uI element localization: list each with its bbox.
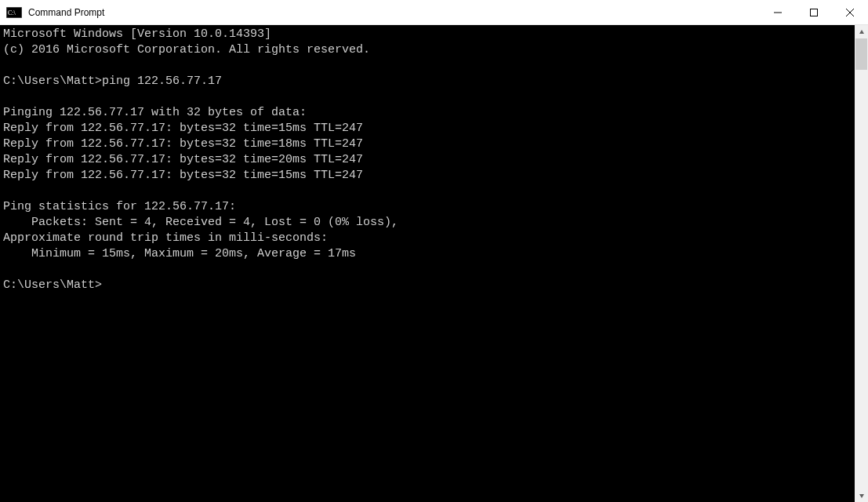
terminal-line: Approximate round trip times in milli-se… xyxy=(3,231,855,246)
window-title: Command Prompt xyxy=(28,7,760,18)
svg-text:C:\: C:\ xyxy=(8,9,16,16)
terminal-line: Packets: Sent = 4, Received = 4, Lost = … xyxy=(3,215,855,231)
terminal-container: Microsoft Windows [Version 10.0.14393](c… xyxy=(0,25,868,502)
scrollbar-thumb[interactable] xyxy=(855,38,867,70)
window-controls xyxy=(760,0,868,24)
terminal-output[interactable]: Microsoft Windows [Version 10.0.14393](c… xyxy=(0,25,855,502)
scrollbar-up-arrow-icon[interactable] xyxy=(855,25,868,38)
maximize-button[interactable] xyxy=(796,0,832,24)
terminal-line xyxy=(3,58,855,74)
minimize-button[interactable] xyxy=(760,0,796,24)
terminal-line xyxy=(3,262,855,278)
terminal-line: Reply from 122.56.77.17: bytes=32 time=1… xyxy=(3,121,855,136)
terminal-line: Reply from 122.56.77.17: bytes=32 time=1… xyxy=(3,168,855,184)
terminal-line xyxy=(3,184,855,199)
terminal-line: Pinging 122.56.77.17 with 32 bytes of da… xyxy=(3,105,855,121)
svg-marker-7 xyxy=(859,494,864,498)
titlebar[interactable]: C:\ Command Prompt xyxy=(0,0,868,25)
terminal-line: C:\Users\Matt> xyxy=(3,278,855,293)
terminal-line: Minimum = 15ms, Maximum = 20ms, Average … xyxy=(3,246,855,262)
terminal-line: Microsoft Windows [Version 10.0.14393] xyxy=(3,27,855,42)
svg-marker-6 xyxy=(859,30,864,34)
svg-rect-3 xyxy=(811,9,818,16)
close-button[interactable] xyxy=(832,0,868,24)
terminal-line: C:\Users\Matt>ping 122.56.77.17 xyxy=(3,74,855,89)
scrollbar-down-arrow-icon[interactable] xyxy=(855,489,868,502)
terminal-line: Ping statistics for 122.56.77.17: xyxy=(3,199,855,215)
terminal-line: (c) 2016 Microsoft Corporation. All righ… xyxy=(3,42,855,58)
terminal-line: Reply from 122.56.77.17: bytes=32 time=2… xyxy=(3,152,855,168)
cmd-icon: C:\ xyxy=(6,6,22,19)
terminal-line xyxy=(3,89,855,105)
terminal-line: Reply from 122.56.77.17: bytes=32 time=1… xyxy=(3,136,855,152)
scrollbar-track[interactable] xyxy=(855,38,868,489)
vertical-scrollbar[interactable] xyxy=(855,25,868,502)
